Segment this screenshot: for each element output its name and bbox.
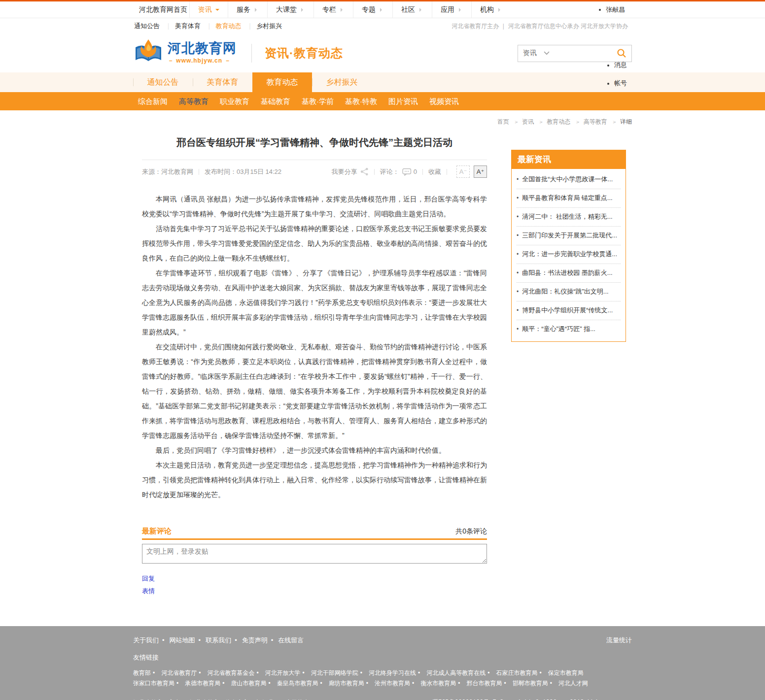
topnav-item[interactable]: 服务 xyxy=(228,1,267,18)
footer-link[interactable]: 联系我们 xyxy=(206,636,242,645)
channel-link[interactable]: 通知公告 xyxy=(133,22,161,31)
friend-link[interactable]: 邢台市教育局 xyxy=(466,678,512,689)
latest-news-list: 全国首批“大中小学思政课一体... 顺平县教育和体育局 锚定重点... 清河二中… xyxy=(512,169,626,341)
friend-link[interactable]: 河北干部网络学院 xyxy=(311,668,369,678)
topnav-item[interactable]: 资讯 xyxy=(189,1,228,18)
latest-news-item[interactable]: 博野县中小学组织开展“传统文... xyxy=(517,301,621,320)
tab[interactable]: 通知公告 xyxy=(133,72,193,92)
subnav-item[interactable]: 图片资讯 xyxy=(388,92,418,110)
latest-news-item[interactable]: 全国首批“大中小学思政课一体... xyxy=(517,170,621,189)
breadcrumb: 首页 资讯 教育动态 高等教育 详细 xyxy=(133,110,632,129)
latest-news-item[interactable]: 河北：进一步完善职业学校贯通... xyxy=(517,245,621,264)
breadcrumb-item[interactable]: 教育动态 xyxy=(535,118,570,125)
friend-link[interactable]: 邯郸市教育局 xyxy=(513,678,558,689)
chevron-icon xyxy=(459,8,463,12)
topnav-item[interactable]: 机构 xyxy=(471,1,511,18)
friend-link[interactable]: 张家口市教育局 xyxy=(133,678,185,689)
user-menu-message[interactable]: 消息 xyxy=(605,56,627,74)
font-smaller-button[interactable]: A⁻ xyxy=(456,166,470,178)
friend-link[interactable]: 河北成人高等教育在线 xyxy=(426,668,496,678)
comments-title: 最新评论 xyxy=(142,527,172,536)
footer-link[interactable]: 网站地图 xyxy=(170,636,206,645)
friend-link[interactable]: 河北终身学习在线 xyxy=(369,668,426,678)
subnav-item[interactable]: 基教·特教 xyxy=(345,92,377,110)
friend-link[interactable]: 河北人才网 xyxy=(558,678,588,689)
tab[interactable]: 美育体育 xyxy=(193,72,252,92)
comment-input[interactable] xyxy=(142,544,487,564)
article-paragraph: 在交流研讨中，党员们围绕如何践行爱岗敬业、无私奉献、艰苦奋斗、勤俭节约的雷锋精神… xyxy=(142,339,487,443)
topnav-home-link[interactable]: 河北教育网首页 xyxy=(133,5,189,14)
footer-links: 关于我们 网站地图 联系我们 免责声明 在线留言 xyxy=(133,636,304,645)
latest-news-item[interactable]: 河北曲阳：礼仪操“跳”出文明... xyxy=(517,283,621,301)
traffic-stats-link[interactable]: 流量统计 xyxy=(606,636,632,645)
chevron-icon xyxy=(419,8,423,12)
footer-link[interactable]: 免责声明 xyxy=(242,636,278,645)
reply-link[interactable]: 回复 xyxy=(142,574,487,583)
footer-link[interactable]: 在线留言 xyxy=(278,636,304,645)
article-paragraph: 活动首先集中学习了习近平总书记关于弘扬雷锋精神的重要论述，口腔医学系党总支书记王… xyxy=(142,221,487,266)
user-name[interactable]: 张献昌 xyxy=(599,5,625,14)
article-body: 本网讯（通讯员 张献昌）为进一步弘扬传承雷锋精神，发挥党员先锋模范作用，近日，邢… xyxy=(142,192,487,502)
chevron-icon xyxy=(255,8,259,12)
subnav-item[interactable]: 视频资讯 xyxy=(429,92,459,110)
channel-link[interactable]: 乡村振兴 xyxy=(242,22,283,31)
breadcrumb-item[interactable]: 资讯 xyxy=(511,118,534,125)
site-url: － www.hbjyw.cn － xyxy=(168,57,237,65)
chevron-icon xyxy=(498,8,502,12)
topnav-item[interactable]: 应用 xyxy=(432,1,471,18)
search-input[interactable] xyxy=(553,47,614,60)
topnav-item[interactable]: 专题 xyxy=(353,1,392,18)
topnav-item[interactable]: 大课堂 xyxy=(267,1,313,18)
emoji-link[interactable]: 表情 xyxy=(142,587,487,596)
comment-label: 评论： xyxy=(380,167,399,176)
friend-link[interactable]: 保定市教育局 xyxy=(548,668,584,678)
comment-bubble-icon[interactable] xyxy=(402,168,412,176)
favorite-button[interactable]: 收藏 xyxy=(428,167,441,176)
friend-link[interactable]: 沧州市教育局 xyxy=(375,678,420,689)
tab[interactable]: 乡村振兴 xyxy=(312,72,372,92)
friend-links-title: 友情链接 xyxy=(133,653,632,662)
user-menu-account[interactable]: 帐号 xyxy=(605,74,627,92)
friend-link[interactable]: 教育部 xyxy=(133,668,161,678)
topnav-item[interactable]: 专栏 xyxy=(313,1,353,18)
user-dropdown-menu: 消息 帐号 xyxy=(605,56,627,92)
logo-book-flame-icon xyxy=(133,39,164,67)
search-category-select[interactable]: 资讯 xyxy=(523,49,550,58)
channel-bar: 通知公告 美育体育 教育动态 乡村振兴 河北省教育厅主办 ｜ 河北省教育厅信息中… xyxy=(0,18,765,34)
site-logo[interactable]: 河北教育网 － www.hbjyw.cn － xyxy=(133,39,237,67)
share-button[interactable]: 我要分享 xyxy=(332,167,369,176)
friend-link[interactable]: 河北省教育基金会 xyxy=(207,668,265,678)
chevron-icon xyxy=(215,9,219,13)
breadcrumb-item[interactable]: 详细 xyxy=(609,118,632,125)
channel-links: 通知公告 美育体育 教育动态 乡村振兴 xyxy=(133,22,283,31)
breadcrumb-item[interactable]: 首页 xyxy=(497,118,509,125)
tabs: 通知公告 美育体育 教育动态 乡村振兴 xyxy=(133,72,632,92)
channel-link[interactable]: 美育体育 xyxy=(161,22,202,31)
channel-link[interactable]: 教育动态 xyxy=(202,22,243,31)
subnav-item[interactable]: 高等教育 xyxy=(179,92,209,110)
friend-link[interactable]: 唐山市教育局 xyxy=(231,678,277,689)
subnav-item[interactable]: 基础教育 xyxy=(261,92,290,110)
friend-link[interactable]: 河北省教育厅 xyxy=(161,668,207,678)
friend-link[interactable]: 衡水市教育局 xyxy=(420,678,466,689)
subnav-item[interactable]: 基教·学前 xyxy=(302,92,334,110)
friend-link[interactable]: 廊坊市教育局 xyxy=(329,678,375,689)
topnav-item[interactable]: 社区 xyxy=(392,1,432,18)
font-larger-button[interactable]: A⁺ xyxy=(474,166,487,178)
article-paragraph: 在学雷锋事迹环节，组织观看了电影《雷锋》、分享了《雷锋日记》，护理系辅导员李华程… xyxy=(142,266,487,339)
latest-news-item[interactable]: 清河二中： 社团生活，精彩无... xyxy=(517,208,621,227)
latest-news-item[interactable]: 顺平：“童心”遇“巧匠” 指... xyxy=(517,320,621,338)
subnav-item[interactable]: 综合新闻 xyxy=(138,92,168,110)
latest-news-item[interactable]: 顺平县教育和体育局 锚定重点... xyxy=(517,189,621,208)
footer-link[interactable]: 关于我们 xyxy=(133,636,170,645)
friend-link[interactable]: 河北开放大学 xyxy=(265,668,311,678)
latest-news-item[interactable]: 曲阳县：书法进校园 墨韵薪火... xyxy=(517,264,621,283)
friend-link[interactable]: 秦皇岛市教育局 xyxy=(277,678,329,689)
latest-news-item[interactable]: 三部门印发关于开展第二批现代... xyxy=(517,227,621,245)
friend-links-row2: 张家口市教育局 承德市教育局 唐山市教育局 秦皇岛市教育局 廊坊市教育局 沧州市… xyxy=(133,678,632,689)
friend-link[interactable]: 承德市教育局 xyxy=(185,678,231,689)
tab[interactable]: 教育动态 xyxy=(252,72,312,92)
friend-link[interactable]: 石家庄市教育局 xyxy=(496,668,548,678)
subnav-item[interactable]: 职业教育 xyxy=(220,92,249,110)
breadcrumb-item[interactable]: 高等教育 xyxy=(572,118,607,125)
